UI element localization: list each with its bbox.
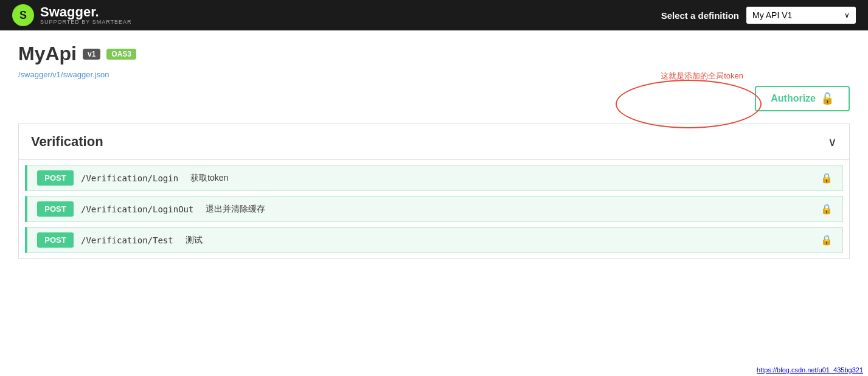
authorize-button[interactable]: Authorize 🔓 <box>755 86 850 111</box>
endpoint-lock-icon-3: 🔒 <box>821 234 833 246</box>
swagger-logo: S <box>12 4 34 26</box>
lock-icon: 🔓 <box>821 92 834 105</box>
api-link[interactable]: /swagger/v1/swagger.json <box>18 70 109 79</box>
endpoint-path-1: /Verification/Login <box>81 173 178 183</box>
method-badge-3: POST <box>37 232 74 248</box>
method-badge-2: POST <box>37 201 74 217</box>
definition-select[interactable]: My API V1 <box>746 7 856 24</box>
swagger-brand: Swagger. Supported by SMARTBEAR <box>40 5 132 25</box>
endpoint-lock-icon-2: 🔒 <box>821 203 833 215</box>
method-badge-1: POST <box>37 170 74 186</box>
swagger-title: Swagger. <box>40 5 132 19</box>
api-title-row: MyApi v1 OAS3 <box>18 43 850 65</box>
definition-select-wrapper[interactable]: My API V1 <box>746 7 856 24</box>
badge-v1: v1 <box>83 49 100 60</box>
authorize-oval <box>616 80 762 128</box>
authorize-section: 这就是添加的全局token Authorize 🔓 <box>18 86 850 111</box>
endpoint-path-3: /Verification/Test <box>81 235 173 245</box>
header-left: S Swagger. Supported by SMARTBEAR <box>12 4 132 26</box>
endpoint-path-2: /Verification/LoginOut <box>81 204 193 214</box>
main-content: MyApi v1 OAS3 /swagger/v1/swagger.json 这… <box>0 30 868 280</box>
badge-oas3: OAS3 <box>106 49 136 60</box>
section-header[interactable]: Verification ∨ <box>19 124 849 160</box>
chevron-down-icon: ∨ <box>828 134 837 149</box>
authorize-label: Authorize <box>771 93 816 104</box>
section-title: Verification <box>31 134 103 150</box>
endpoint-desc-3: 测试 <box>186 235 203 246</box>
endpoint-test[interactable]: POST /Verification/Test 测试 🔒 <box>25 227 843 253</box>
logo-letter: S <box>19 9 27 22</box>
endpoint-desc-1: 获取token <box>190 173 228 184</box>
authorize-annotation: 这就是添加的全局token <box>661 71 743 82</box>
endpoint-desc-2: 退出并清除缓存 <box>206 204 265 215</box>
endpoint-left-1: POST /Verification/Login 获取token <box>37 170 228 186</box>
header-right: Select a definition My API V1 <box>661 7 856 24</box>
api-name: MyApi <box>18 43 77 65</box>
select-definition-label: Select a definition <box>661 10 739 21</box>
endpoint-left-2: POST /Verification/LoginOut 退出并清除缓存 <box>37 201 265 217</box>
swagger-subtitle: Supported by SMARTBEAR <box>40 19 132 25</box>
endpoint-loginout[interactable]: POST /Verification/LoginOut 退出并清除缓存 🔒 <box>25 196 843 222</box>
endpoint-lock-icon-1: 🔒 <box>821 172 833 184</box>
endpoint-left-3: POST /Verification/Test 测试 <box>37 232 203 248</box>
endpoint-login[interactable]: POST /Verification/Login 获取token 🔒 <box>25 165 843 191</box>
verification-section: Verification ∨ POST /Verification/Login … <box>18 124 850 259</box>
header: S Swagger. Supported by SMARTBEAR Select… <box>0 0 868 30</box>
